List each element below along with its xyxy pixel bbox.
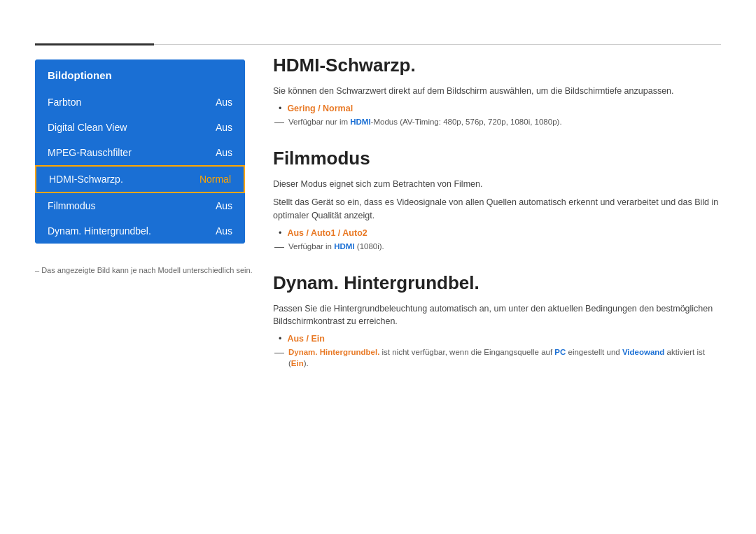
section-hdmi: HDMI-Schwarzp. Sie können den Schwarzwer… xyxy=(273,55,721,128)
sidebar-item-dynam[interactable]: Dynam. Hintergrundbel. Aus xyxy=(35,218,245,244)
dynam-note-pc: PC xyxy=(554,348,566,356)
film-note-bold: HDMI xyxy=(334,242,354,251)
sidebar-item-hdmi[interactable]: HDMI-Schwarzp. Normal xyxy=(35,165,245,193)
section-hdmi-bullet: • Gering / Normal xyxy=(279,104,721,113)
sidebar-item-label: Digital Clean View xyxy=(48,122,127,133)
section-hdmi-note: — Verfügbar nur im HDMI-Modus (AV-Timing… xyxy=(274,116,721,128)
note-dash: — xyxy=(274,346,284,358)
dynam-note-ein: Ein xyxy=(291,359,304,367)
note-dash: — xyxy=(274,116,284,128)
sidebar-item-label: HDMI-Schwarzp. xyxy=(49,174,123,185)
film-bullet-value: Aus / Auto1 / Auto2 xyxy=(287,228,367,238)
sidebar-item-value: Aus xyxy=(216,225,232,237)
note-text: Dynam. Hintergrundbel. ist nicht verfügb… xyxy=(288,346,721,369)
sidebar-item-value: Aus xyxy=(216,147,232,158)
section-dynam-desc: Passen Sie die Hintergrundbeleuchtung au… xyxy=(273,302,721,329)
top-bar-dark-segment xyxy=(35,43,154,45)
section-film-note: — Verfügbar in HDMI (1080i). xyxy=(274,241,721,253)
section-hdmi-title: HDMI-Schwarzp. xyxy=(273,55,721,76)
bullet-dot: • xyxy=(279,104,281,113)
sidebar-item-value: Normal xyxy=(200,174,231,185)
dynam-note-videowand: Videowand xyxy=(622,348,665,356)
top-bar xyxy=(35,43,721,45)
sidebar-item-label: Farbton xyxy=(48,97,81,108)
section-dynam-note: — Dynam. Hintergrundbel. ist nicht verfü… xyxy=(274,346,721,369)
section-film: Filmmodus Dieser Modus eignet sich zum B… xyxy=(273,148,721,253)
sidebar-item-label: Filmmodus xyxy=(48,200,95,211)
hdmi-note-bold: HDMI xyxy=(350,118,370,126)
sidebar-item-filmmodus[interactable]: Filmmodus Aus xyxy=(35,193,245,218)
note-text: Verfügbar nur im HDMI-Modus (AV-Timing: … xyxy=(288,116,562,127)
section-film-bullet: • Aus / Auto1 / Auto2 xyxy=(279,228,721,238)
sidebar-item-farbton[interactable]: Farbton Aus xyxy=(35,90,245,115)
bullet-dot: • xyxy=(279,334,281,344)
sidebar-item-mpeg[interactable]: MPEG-Rauschfilter Aus xyxy=(35,140,245,165)
sidebar-menu: Bildoptionen Farbton Aus Digital Clean V… xyxy=(35,59,245,244)
sidebar-item-value: Aus xyxy=(216,122,232,133)
content-area: HDMI-Schwarzp. Sie können den Schwarzwer… xyxy=(273,55,721,388)
sidebar-item-label: MPEG-Rauschfilter xyxy=(48,147,132,158)
section-dynam-bullet: • Aus / Ein xyxy=(279,334,721,344)
hdmi-bullet-value: Gering / Normal xyxy=(287,104,353,113)
section-dynam: Dynam. Hintergrundbel. Passen Sie die Hi… xyxy=(273,272,721,370)
sidebar-header: Bildoptionen xyxy=(35,59,245,90)
note-text: Verfügbar in HDMI (1080i). xyxy=(288,241,384,252)
bullet-dot: • xyxy=(279,228,281,238)
section-hdmi-desc: Sie können den Schwarzwert direkt auf de… xyxy=(273,85,721,98)
sidebar-note: – Das angezeigte Bild kann je nach Model… xyxy=(35,266,253,274)
sidebar-item-digitalcleanview[interactable]: Digital Clean View Aus xyxy=(35,115,245,140)
section-film-title: Filmmodus xyxy=(273,148,721,169)
note-dash: — xyxy=(274,241,284,253)
sidebar-item-value: Aus xyxy=(216,97,232,108)
sidebar-item-label: Dynam. Hintergrundbel. xyxy=(48,225,151,237)
section-film-desc1: Dieser Modus eignet sich zum Betrachten … xyxy=(273,178,721,191)
section-dynam-title: Dynam. Hintergrundbel. xyxy=(273,272,721,294)
section-film-desc2: Stellt das Gerät so ein, dass es Videosi… xyxy=(273,196,721,223)
dynam-note-prefix: Dynam. Hintergrundbel. xyxy=(288,348,379,356)
sidebar-item-value: Aus xyxy=(216,200,232,211)
top-bar-light-segment xyxy=(154,44,721,45)
dynam-bullet-value: Aus / Ein xyxy=(287,334,324,344)
